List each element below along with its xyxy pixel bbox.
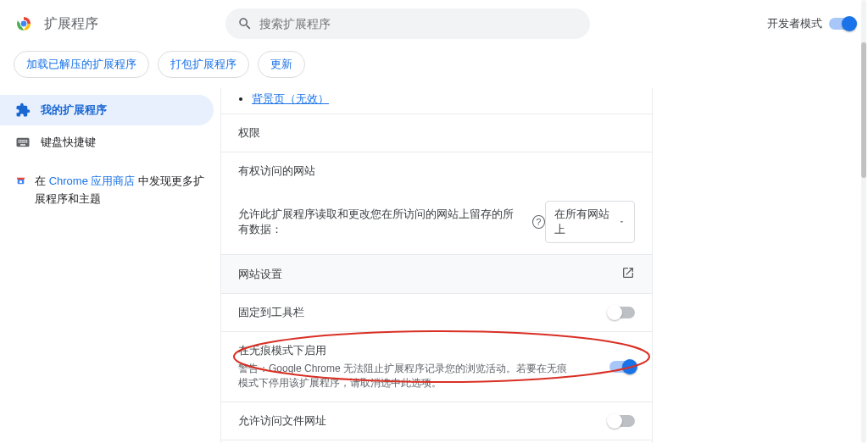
incognito-title: 在无痕模式下启用 xyxy=(238,343,577,358)
file-url-label: 允许访问文件网址 xyxy=(238,413,326,429)
site-access-heading: 有权访问的网站 xyxy=(238,163,315,179)
sidebar-item-label: 键盘快捷键 xyxy=(41,135,96,150)
webstore-icon xyxy=(15,173,26,188)
help-icon[interactable]: ? xyxy=(532,215,545,229)
incognito-warning: 警告：Google Chrome 无法阻止扩展程序记录您的浏览活动。若要在无痕模… xyxy=(238,362,577,390)
search-input[interactable] xyxy=(259,17,578,30)
discover-note: 在 Chrome 应用商店 中发现更多扩展程序和主题 xyxy=(0,159,220,222)
inspect-background-link[interactable]: 背景页（无效） xyxy=(252,92,329,105)
scrollbar-thumb[interactable] xyxy=(861,42,866,178)
sidebar-item-label: 我的扩展程序 xyxy=(41,102,107,118)
pack-extension-button[interactable]: 打包扩展程序 xyxy=(158,51,249,78)
file-url-toggle[interactable] xyxy=(609,415,635,427)
site-access-desc: 允许此扩展程序读取和更改您在所访问的网站上留存的所有数据： xyxy=(238,207,524,237)
devmode-toggle[interactable] xyxy=(829,18,854,30)
devmode-label: 开发者模式 xyxy=(767,16,822,31)
detail-panel: 背景页（无效） 权限 有权访问的网站 允许此扩展程序读取和更改您在所访问的网站上… xyxy=(220,88,653,443)
open-in-new-button[interactable] xyxy=(621,266,635,282)
update-button[interactable]: 更新 xyxy=(258,51,305,78)
load-unpacked-button[interactable]: 加载已解压的扩展程序 xyxy=(14,51,149,78)
pin-toolbar-toggle[interactable] xyxy=(609,307,635,318)
chrome-logo-icon xyxy=(14,14,34,34)
sidebar-item-my-extensions[interactable]: 我的扩展程序 xyxy=(0,95,214,125)
search-icon xyxy=(237,16,253,31)
site-access-select[interactable]: 在所有网站上 xyxy=(545,201,635,243)
webstore-link[interactable]: Chrome 应用商店 xyxy=(49,174,136,187)
incognito-toggle[interactable] xyxy=(609,361,635,373)
keyboard-icon xyxy=(15,135,31,150)
svg-point-3 xyxy=(19,180,22,183)
extension-icon xyxy=(15,102,31,118)
search-bar[interactable] xyxy=(225,8,590,39)
site-settings-label: 网站设置 xyxy=(238,267,282,282)
chevron-down-icon xyxy=(618,218,626,226)
permissions-heading: 权限 xyxy=(238,125,260,141)
pin-toolbar-label: 固定到工具栏 xyxy=(238,305,304,320)
sidebar-item-shortcuts[interactable]: 键盘快捷键 xyxy=(0,127,214,158)
page-title: 扩展程序 xyxy=(44,15,98,33)
